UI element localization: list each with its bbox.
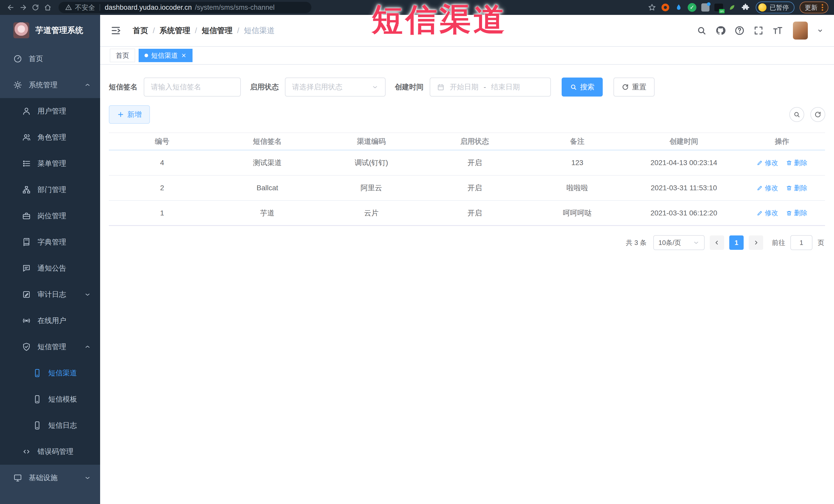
sign-input[interactable]: 请输入短信签名 [144,78,241,96]
sidebar-item-infrastructure[interactable]: 基础设施 [0,465,100,491]
edit-link[interactable]: 修改 [757,158,778,168]
menu-list-icon [22,159,31,168]
filter-form: 短信签名 请输入短信签名 启用状态 请选择启用状态 创建时间 开始日期 - 结束… [109,78,825,96]
sidebar-item-audit-log[interactable]: 审计日志 [0,281,100,308]
reload-icon[interactable] [30,2,41,13]
extensions-puzzle-icon[interactable] [740,2,751,13]
sidebar-item-sms-management[interactable]: 短信管理 [0,334,100,360]
next-page-button[interactable] [749,236,763,250]
sidebar-item-sms-template[interactable]: 短信模板 [0,386,100,412]
table-header-row: 编号 短信签名 渠道编码 启用状态 备注 创建时间 操作 [109,132,825,151]
edit-link[interactable]: 修改 [757,183,778,193]
edit-icon [757,160,763,166]
chevron-down-icon [693,239,700,246]
plus-icon [117,111,124,118]
browser-update-button[interactable]: 更新 [799,2,828,13]
search-icon[interactable] [697,25,707,36]
sidebar-item-sms-log[interactable]: 短信日志 [0,412,100,439]
date-range-picker[interactable]: 开始日期 - 结束日期 [430,78,551,96]
phone-icon [33,369,42,377]
active-dot [145,54,148,57]
sidebar-item-users[interactable]: 用户管理 [0,98,100,124]
tab-home[interactable]: 首页 [110,49,135,62]
address-bar[interactable]: 不安全 dashboard.yudao.iocoder.cn/system/sm… [59,2,311,13]
chevron-up-icon [84,344,91,350]
delete-link[interactable]: 删除 [786,209,808,217]
sidebar-item-dictionary[interactable]: 字典管理 [0,229,100,255]
forward-icon[interactable] [18,2,28,13]
sidebar-item-online-users[interactable]: 在线用户 [0,308,100,334]
chevron-right-icon [753,240,759,246]
refresh-table-button[interactable] [810,107,825,122]
bookmark-star-icon[interactable] [646,2,658,13]
goto-page-input[interactable]: 1 [790,235,812,250]
url-path[interactable]: /system/sms/sms-channel [195,4,275,12]
notice-icon [22,264,31,273]
sidebar-item-menus[interactable]: 菜单管理 [0,151,100,177]
reset-button[interactable]: 重置 [614,78,655,96]
end-date-placeholder[interactable]: 结束日期 [491,82,520,92]
column-header: 启用状态 [423,137,526,146]
sidebar-item-posts[interactable]: 岗位管理 [0,203,100,229]
profile-paused-badge[interactable]: 已暂停 [756,2,794,13]
start-date-placeholder[interactable]: 开始日期 [450,82,479,92]
tags-view-bar: 首页 短信渠道 [100,47,834,65]
delete-link[interactable]: 删除 [786,158,808,168]
extension-drop-icon[interactable] [673,2,684,13]
divider [100,4,100,11]
fullscreen-icon[interactable] [753,25,764,36]
extension-check-icon[interactable]: ✓ [686,2,698,13]
close-icon[interactable] [181,52,186,58]
search-icon [570,84,577,91]
extension-leaf-icon[interactable] [726,2,738,13]
app-logo-row[interactable]: 芋道管理系统 [0,15,100,46]
column-header: 操作 [739,137,825,146]
sidebar-item-notices[interactable]: 通知公告 [0,255,100,281]
home-icon[interactable] [43,2,53,13]
online-icon [22,316,31,325]
extension-on-badge-icon[interactable] [713,2,724,13]
edit-link[interactable]: 修改 [757,209,778,217]
refresh-icon [814,111,821,118]
extension-orange-ring-icon[interactable] [660,2,671,13]
delete-link[interactable]: 删除 [786,183,808,193]
github-icon[interactable] [716,25,726,36]
sidebar-item-error-codes[interactable]: 错误码管理 [0,439,100,465]
sidebar-item-home[interactable]: 首页 [0,46,100,72]
page-number-current[interactable]: 1 [729,236,744,250]
toggle-search-button[interactable] [789,107,804,122]
hamburger-icon[interactable] [110,25,121,36]
sidebar-item-system[interactable]: 系统管理 [0,72,100,98]
url-domain[interactable]: dashboard.yudao.iocoder.cn [105,4,192,12]
add-button[interactable]: 新增 [109,105,150,124]
trash-icon [786,160,792,166]
dashboard-icon [13,54,22,63]
help-icon[interactable] [734,25,745,36]
refresh-icon [622,84,629,91]
tree-icon [22,185,31,194]
breadcrumb-item[interactable]: 短信管理 [202,25,233,36]
user-icon [22,107,31,115]
tab-sms-channel[interactable]: 短信渠道 [139,49,193,62]
breadcrumb-item[interactable]: 系统管理 [159,25,190,36]
warning-icon [65,4,72,11]
sidebar-item-roles[interactable]: 角色管理 [0,124,100,151]
monitor-icon [13,474,22,482]
extension-grid-icon[interactable] [700,2,711,13]
breadcrumb-item[interactable]: 首页 [133,25,148,36]
status-select[interactable]: 请选择启用状态 [285,78,386,96]
user-avatar[interactable] [793,22,808,40]
prev-page-button[interactable] [710,236,724,250]
navbar-actions [697,22,824,40]
phone-icon [33,421,42,430]
back-icon[interactable] [6,2,16,13]
sidebar-item-sms-channel[interactable]: 短信渠道 [0,360,100,386]
font-size-icon[interactable] [772,25,783,36]
browser-menu-icon[interactable] [822,4,823,11]
breadcrumb-separator: / [153,26,155,35]
search-button[interactable]: 搜索 [562,78,603,96]
page-size-select[interactable]: 10条/页 [653,235,705,250]
chevron-down-icon[interactable] [816,27,824,34]
security-label[interactable]: 不安全 [75,3,95,12]
sidebar-item-departments[interactable]: 部门管理 [0,177,100,203]
